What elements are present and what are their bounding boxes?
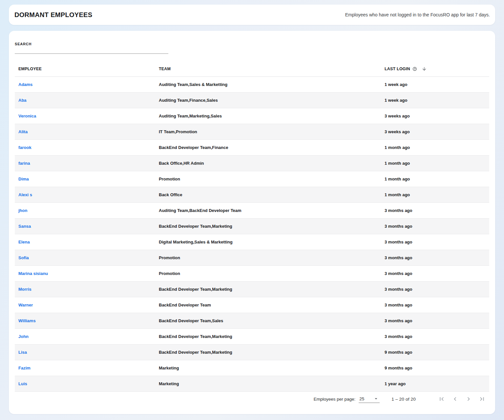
- employee-link[interactable]: Williams: [18, 318, 36, 323]
- range-label: 1 – 20 of 20: [391, 397, 416, 402]
- employee-link[interactable]: Elena: [18, 240, 30, 244]
- table-row: AdamsAuditing Team,Sales & Marketting1 w…: [15, 77, 489, 93]
- table-row: SansaBackEnd Developer Team,Marketing3 m…: [15, 219, 489, 234]
- help-outline-icon[interactable]: [412, 67, 417, 71]
- employee-link[interactable]: Alita: [18, 129, 28, 134]
- employee-link[interactable]: Adams: [18, 82, 32, 87]
- table-row: LuisMarketing1 year ago: [15, 376, 489, 392]
- last-login-cell: 3 months ago: [385, 303, 489, 307]
- table-card: SEARCH EMPLOYEE TEAM LAST LOGIN AdamsAud…: [9, 31, 495, 414]
- last-login-cell: 3 months ago: [385, 334, 489, 339]
- employee-link[interactable]: Warner: [18, 303, 33, 307]
- last-login-cell: 3 months ago: [385, 318, 489, 323]
- table-row: jhonAuditing Team,BackEnd Developer Team…: [15, 203, 489, 219]
- per-page-value: 25: [359, 396, 364, 401]
- team-cell: Back Office: [159, 192, 385, 197]
- table-row: JohnBackEnd Developer Team,Marketing3 mo…: [15, 329, 489, 345]
- table-row: SofiaPromotion3 months ago: [15, 250, 489, 266]
- header-card: DORMANT EMPLOYEES Employees who have not…: [9, 5, 495, 25]
- employee-cell: Dima: [15, 177, 159, 181]
- team-cell: Promotion: [159, 177, 385, 181]
- employee-link[interactable]: Morris: [18, 287, 32, 292]
- last-login-cell: 1 week ago: [385, 82, 489, 87]
- per-page-label: Employees per page:: [314, 397, 356, 402]
- last-login-cell: 3 months ago: [385, 271, 489, 276]
- employee-cell: Williams: [15, 318, 159, 323]
- last-login-cell: 1 month ago: [385, 161, 489, 166]
- employee-cell: Luis: [15, 381, 159, 386]
- table-row: AbaAuditing Team,Finance,Sales1 week ago: [15, 93, 489, 108]
- search-label: SEARCH: [15, 42, 168, 46]
- team-cell: BackEnd Developer Team,Marketing: [159, 350, 385, 355]
- previous-page-button[interactable]: [451, 395, 459, 403]
- employee-link[interactable]: Veronica: [18, 114, 36, 118]
- last-login-cell: 3 weeks ago: [385, 129, 489, 134]
- team-cell: Digital Marketing,Sales & Marketting: [159, 240, 385, 244]
- team-cell: Back Office,HR Admin: [159, 161, 385, 166]
- table-row: ElenaDigital Marketing,Sales & Markettin…: [15, 234, 489, 250]
- table-row: DimaPromotion1 month ago: [15, 171, 489, 187]
- employee-cell: Adams: [15, 82, 159, 87]
- last-page-button[interactable]: [478, 395, 486, 403]
- column-header-last-login-label: LAST LOGIN: [385, 67, 410, 71]
- team-cell: BackEnd Developer Team,Marketing: [159, 334, 385, 339]
- team-cell: Marketing: [159, 366, 385, 370]
- employee-link[interactable]: Dima: [18, 177, 29, 181]
- last-login-cell: 3 months ago: [385, 287, 489, 292]
- pagination-bar: Employees per page: 25 1 – 20 of 20: [314, 393, 486, 405]
- employee-cell: Lisa: [15, 350, 159, 355]
- table-row: Marina sisianuPromotion3 months ago: [15, 266, 489, 282]
- table-row: farinaBack Office,HR Admin1 month ago: [15, 156, 489, 171]
- last-login-cell: 1 week ago: [385, 98, 489, 103]
- first-page-button[interactable]: [438, 395, 446, 403]
- table-row: MorrisBackEnd Developer Team,Marketing3 …: [15, 282, 489, 297]
- table-row: farookBackEnd Developer Team,Finance1 mo…: [15, 140, 489, 156]
- employee-link[interactable]: John: [18, 334, 29, 339]
- team-cell: Promotion: [159, 271, 385, 276]
- search-field: SEARCH: [15, 42, 168, 54]
- employee-link[interactable]: Sofia: [18, 255, 29, 260]
- employee-cell: Aba: [15, 98, 159, 103]
- last-login-cell: 3 weeks ago: [385, 114, 489, 118]
- sort-descending-arrow-icon[interactable]: [422, 66, 427, 72]
- table-row: LisaBackEnd Developer Team,Marketing9 mo…: [15, 345, 489, 360]
- page-subtitle: Employees who have not logged in to the …: [345, 12, 490, 17]
- employee-cell: farina: [15, 161, 159, 166]
- employee-link[interactable]: Lisa: [18, 350, 27, 355]
- employee-link[interactable]: Alexi s: [18, 192, 32, 197]
- team-cell: Marketing: [159, 381, 385, 386]
- employee-link[interactable]: farook: [18, 145, 32, 150]
- employee-cell: Marina sisianu: [15, 271, 159, 276]
- team-cell: Promotion: [159, 255, 385, 260]
- employee-cell: farook: [15, 145, 159, 150]
- employee-link[interactable]: Aba: [18, 98, 27, 103]
- table-row: VeronicaAuditing Team,Marketing,Sales3 w…: [15, 108, 489, 124]
- team-cell: Auditing Team,Marketing,Sales: [159, 114, 385, 118]
- table-row: AlitaIT Team,Promotion3 weeks ago: [15, 124, 489, 140]
- last-login-cell: 9 months ago: [385, 350, 489, 355]
- employee-cell: Alexi s: [15, 192, 159, 197]
- employee-link[interactable]: Sansa: [18, 224, 31, 229]
- team-cell: IT Team,Promotion: [159, 129, 385, 134]
- employee-link[interactable]: Fazim: [18, 366, 31, 370]
- per-page-select[interactable]: 25: [359, 395, 380, 403]
- employee-link[interactable]: Marina sisianu: [18, 271, 48, 276]
- column-header-employee[interactable]: EMPLOYEE: [15, 67, 159, 71]
- team-cell: Auditing Team,Sales & Marketting: [159, 82, 385, 87]
- employee-cell: John: [15, 334, 159, 339]
- employee-link[interactable]: Luis: [18, 381, 27, 386]
- next-page-button[interactable]: [465, 395, 472, 403]
- table-row: FazimMarketing9 months ago: [15, 360, 489, 376]
- employee-cell: Warner: [15, 303, 159, 307]
- employee-link[interactable]: farina: [18, 161, 30, 166]
- employee-cell: Alita: [15, 129, 159, 134]
- table-body: AdamsAuditing Team,Sales & Marketting1 w…: [15, 77, 489, 392]
- page: DORMANT EMPLOYEES Employees who have not…: [0, 5, 504, 414]
- column-header-last-login[interactable]: LAST LOGIN: [385, 66, 489, 72]
- team-cell: BackEnd Developer Team,Sales: [159, 318, 385, 323]
- column-header-team[interactable]: TEAM: [159, 67, 385, 71]
- employee-link[interactable]: jhon: [18, 208, 27, 213]
- search-input[interactable]: [15, 47, 168, 54]
- team-cell: Auditing Team,BackEnd Developer Team: [159, 208, 385, 213]
- last-login-cell: 3 months ago: [385, 240, 489, 244]
